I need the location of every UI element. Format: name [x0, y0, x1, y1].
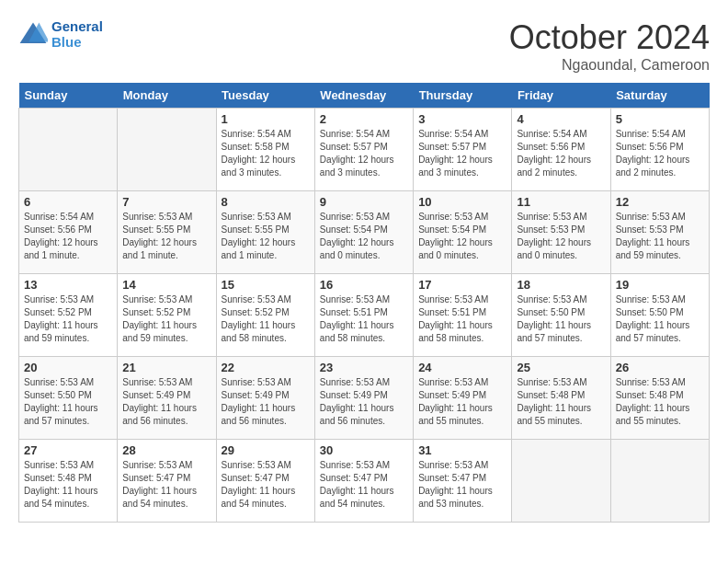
cell-text: Sunrise: 5:53 AM Sunset: 5:52 PM Dayligh… — [24, 293, 112, 345]
table-row: 23Sunrise: 5:53 AM Sunset: 5:49 PM Dayli… — [314, 357, 413, 440]
table-row: 22Sunrise: 5:53 AM Sunset: 5:49 PM Dayli… — [216, 357, 314, 440]
day-number: 31 — [418, 443, 506, 457]
calendar-week-row: 1Sunrise: 5:54 AM Sunset: 5:58 PM Daylig… — [19, 109, 710, 191]
table-row: 25Sunrise: 5:53 AM Sunset: 5:48 PM Dayli… — [512, 357, 610, 440]
table-row: 3Sunrise: 5:54 AM Sunset: 5:57 PM Daylig… — [414, 109, 512, 191]
day-number: 10 — [418, 195, 506, 209]
table-row: 6Sunrise: 5:54 AM Sunset: 5:56 PM Daylig… — [19, 191, 118, 274]
table-row: 2Sunrise: 5:54 AM Sunset: 5:57 PM Daylig… — [314, 109, 413, 191]
cell-text: Sunrise: 5:53 AM Sunset: 5:54 PM Dayligh… — [418, 211, 506, 262]
location-title: Ngaoundal, Cameroon — [509, 57, 710, 74]
cell-text: Sunrise: 5:53 AM Sunset: 5:48 PM Dayligh… — [616, 376, 704, 428]
cell-text: Sunrise: 5:53 AM Sunset: 5:49 PM Dayligh… — [222, 376, 310, 428]
day-number: 15 — [222, 278, 310, 292]
day-number: 29 — [222, 443, 310, 457]
table-row: 21Sunrise: 5:53 AM Sunset: 5:49 PM Dayli… — [118, 357, 216, 440]
col-saturday: Saturday — [610, 83, 709, 109]
table-row: 29Sunrise: 5:53 AM Sunset: 5:47 PM Dayli… — [216, 440, 314, 523]
day-number: 18 — [517, 278, 605, 292]
cell-text: Sunrise: 5:54 AM Sunset: 5:56 PM Dayligh… — [24, 211, 112, 262]
day-number: 9 — [320, 195, 408, 209]
day-number: 12 — [616, 195, 704, 209]
table-row: 5Sunrise: 5:54 AM Sunset: 5:56 PM Daylig… — [610, 109, 709, 191]
table-row: 20Sunrise: 5:53 AM Sunset: 5:50 PM Dayli… — [19, 357, 118, 440]
table-row: 24Sunrise: 5:53 AM Sunset: 5:49 PM Dayli… — [414, 357, 512, 440]
table-row — [19, 109, 118, 191]
table-row: 9Sunrise: 5:53 AM Sunset: 5:54 PM Daylig… — [314, 191, 413, 274]
table-row: 1Sunrise: 5:54 AM Sunset: 5:58 PM Daylig… — [216, 109, 314, 191]
table-row: 13Sunrise: 5:53 AM Sunset: 5:52 PM Dayli… — [19, 274, 118, 357]
cell-text: Sunrise: 5:54 AM Sunset: 5:57 PM Dayligh… — [320, 128, 408, 179]
cell-text: Sunrise: 5:53 AM Sunset: 5:49 PM Dayligh… — [418, 376, 506, 428]
calendar-week-row: 6Sunrise: 5:54 AM Sunset: 5:56 PM Daylig… — [19, 191, 710, 274]
table-row: 4Sunrise: 5:54 AM Sunset: 5:56 PM Daylig… — [512, 109, 610, 191]
table-row: 14Sunrise: 5:53 AM Sunset: 5:52 PM Dayli… — [118, 274, 216, 357]
table-row: 28Sunrise: 5:53 AM Sunset: 5:47 PM Dayli… — [118, 440, 216, 523]
day-number: 25 — [517, 361, 605, 374]
day-number: 16 — [320, 278, 408, 292]
table-row: 27Sunrise: 5:53 AM Sunset: 5:48 PM Dayli… — [19, 440, 118, 523]
table-row — [118, 109, 216, 191]
cell-text: Sunrise: 5:53 AM Sunset: 5:52 PM Dayligh… — [222, 293, 310, 345]
table-row: 15Sunrise: 5:53 AM Sunset: 5:52 PM Dayli… — [216, 274, 314, 357]
calendar-week-row: 27Sunrise: 5:53 AM Sunset: 5:48 PM Dayli… — [19, 440, 710, 523]
col-tuesday: Tuesday — [216, 83, 314, 109]
day-number: 8 — [222, 195, 310, 209]
cell-text: Sunrise: 5:53 AM Sunset: 5:47 PM Dayligh… — [320, 459, 408, 511]
cell-text: Sunrise: 5:53 AM Sunset: 5:48 PM Dayligh… — [24, 459, 112, 511]
cell-text: Sunrise: 5:53 AM Sunset: 5:49 PM Dayligh… — [320, 376, 408, 428]
day-number: 6 — [24, 195, 112, 209]
day-number: 11 — [517, 195, 605, 209]
cell-text: Sunrise: 5:53 AM Sunset: 5:50 PM Dayligh… — [517, 293, 605, 345]
cell-text: Sunrise: 5:53 AM Sunset: 5:53 PM Dayligh… — [517, 211, 605, 262]
day-number: 19 — [616, 278, 704, 292]
day-number: 23 — [320, 361, 408, 374]
calendar-week-row: 13Sunrise: 5:53 AM Sunset: 5:52 PM Dayli… — [19, 274, 710, 357]
table-row — [610, 440, 709, 523]
cell-text: Sunrise: 5:53 AM Sunset: 5:55 PM Dayligh… — [222, 211, 310, 262]
cell-text: Sunrise: 5:53 AM Sunset: 5:47 PM Dayligh… — [222, 459, 310, 511]
table-row: 18Sunrise: 5:53 AM Sunset: 5:50 PM Dayli… — [512, 274, 610, 357]
calendar-week-row: 20Sunrise: 5:53 AM Sunset: 5:50 PM Dayli… — [19, 357, 710, 440]
day-number: 24 — [418, 361, 506, 374]
cell-text: Sunrise: 5:53 AM Sunset: 5:47 PM Dayligh… — [122, 459, 210, 511]
cell-text: Sunrise: 5:53 AM Sunset: 5:50 PM Dayligh… — [24, 376, 112, 428]
day-number: 3 — [418, 112, 506, 126]
day-number: 21 — [122, 361, 210, 374]
calendar-header-row: Sunday Monday Tuesday Wednesday Thursday… — [19, 83, 710, 109]
table-row: 10Sunrise: 5:53 AM Sunset: 5:54 PM Dayli… — [414, 191, 512, 274]
day-number: 28 — [122, 443, 210, 457]
table-row: 17Sunrise: 5:53 AM Sunset: 5:51 PM Dayli… — [414, 274, 512, 357]
cell-text: Sunrise: 5:53 AM Sunset: 5:48 PM Dayligh… — [517, 376, 605, 428]
title-area: October 2024 Ngaoundal, Cameroon — [509, 18, 710, 74]
table-row: 12Sunrise: 5:53 AM Sunset: 5:53 PM Dayli… — [610, 191, 709, 274]
table-row: 16Sunrise: 5:53 AM Sunset: 5:51 PM Dayli… — [314, 274, 413, 357]
col-monday: Monday — [118, 83, 216, 109]
day-number: 7 — [122, 195, 210, 209]
cell-text: Sunrise: 5:53 AM Sunset: 5:49 PM Dayligh… — [122, 376, 210, 428]
day-number: 30 — [320, 443, 408, 457]
table-row: 7Sunrise: 5:53 AM Sunset: 5:55 PM Daylig… — [118, 191, 216, 274]
page-header: General Blue October 2024 Ngaoundal, Cam… — [18, 18, 710, 74]
day-number: 13 — [24, 278, 112, 292]
col-sunday: Sunday — [19, 83, 118, 109]
logo-text: General Blue — [51, 18, 103, 50]
table-row: 19Sunrise: 5:53 AM Sunset: 5:50 PM Dayli… — [610, 274, 709, 357]
day-number: 27 — [24, 443, 112, 457]
logo: General Blue — [18, 18, 103, 50]
cell-text: Sunrise: 5:54 AM Sunset: 5:57 PM Dayligh… — [418, 128, 506, 179]
col-wednesday: Wednesday — [314, 83, 413, 109]
cell-text: Sunrise: 5:53 AM Sunset: 5:54 PM Dayligh… — [320, 211, 408, 262]
day-number: 17 — [418, 278, 506, 292]
table-row: 8Sunrise: 5:53 AM Sunset: 5:55 PM Daylig… — [216, 191, 314, 274]
day-number: 1 — [222, 112, 310, 126]
logo-icon — [18, 21, 48, 47]
day-number: 4 — [517, 112, 605, 126]
cell-text: Sunrise: 5:53 AM Sunset: 5:51 PM Dayligh… — [418, 293, 506, 345]
day-number: 5 — [616, 112, 704, 126]
table-row — [512, 440, 610, 523]
day-number: 2 — [320, 112, 408, 126]
table-row: 11Sunrise: 5:53 AM Sunset: 5:53 PM Dayli… — [512, 191, 610, 274]
cell-text: Sunrise: 5:54 AM Sunset: 5:56 PM Dayligh… — [616, 128, 704, 179]
cell-text: Sunrise: 5:53 AM Sunset: 5:51 PM Dayligh… — [320, 293, 408, 345]
